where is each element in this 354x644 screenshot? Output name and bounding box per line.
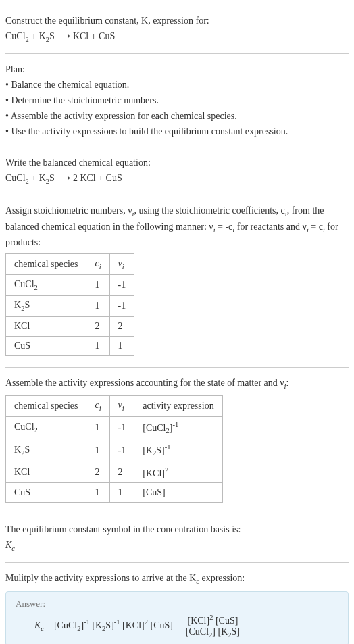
symbol-text: The equilibrium constant symbol in the c… bbox=[5, 522, 349, 537]
cell-ci: 1 bbox=[86, 439, 109, 462]
th-activity: activity expression bbox=[134, 396, 222, 417]
th-species: chemical species bbox=[6, 396, 86, 417]
cell-ci: 1 bbox=[86, 274, 109, 295]
table-row: CuS 1 1 [CuS] bbox=[6, 483, 223, 503]
activity-table: chemical species ci νi activity expressi… bbox=[5, 395, 223, 503]
table-row: CuCl2 1 -1 bbox=[6, 274, 134, 295]
assemble-section: Assemble the activity expressions accoun… bbox=[5, 368, 349, 515]
symbol-value: Kc bbox=[5, 538, 349, 554]
prompt: Construct the equilibrium constant, K, e… bbox=[5, 16, 209, 26]
assign-nu-text: Assign stoichiometric numbers, νi, using… bbox=[5, 203, 349, 249]
table-row: CuCl2 1 -1 [CuCl2]-1 bbox=[6, 416, 223, 439]
th-ci: ci bbox=[86, 396, 109, 417]
stoich-table: chemical species ci νi CuCl2 1 -1 K2S 1 … bbox=[5, 253, 134, 355]
cell-species: CuCl2 bbox=[6, 416, 86, 439]
cell-nui: 2 bbox=[109, 462, 134, 483]
cell-species: KCl bbox=[6, 316, 86, 336]
cell-nui: 1 bbox=[109, 483, 134, 503]
cell-species: CuS bbox=[6, 483, 86, 503]
answer-expression: Kc = [CuCl2]-1 [K2S]-1 [KCl]2 [CuS] = [K… bbox=[16, 614, 338, 639]
cell-ci: 1 bbox=[86, 295, 109, 316]
table-row: K2S 1 -1 [K2S]-1 bbox=[6, 439, 223, 462]
balanced-title: Write the balanced chemical equation: bbox=[5, 155, 349, 170]
cell-activity: [CuCl2]-1 bbox=[134, 416, 222, 439]
symbol-section: The equilibrium constant symbol in the c… bbox=[5, 514, 349, 563]
table-header-row: chemical species ci νi activity expressi… bbox=[6, 396, 223, 417]
th-species: chemical species bbox=[6, 254, 86, 275]
unbalanced-equation: CuCl2 + K2S ⟶ KCl + CuS bbox=[5, 29, 349, 45]
plan-title: Plan: bbox=[5, 62, 349, 76]
fraction: [KCl]2 [CuS][CuCl2] [K2S] bbox=[183, 614, 243, 639]
cell-ci: 2 bbox=[86, 462, 109, 483]
balanced-section: Write the balanced chemical equation: Cu… bbox=[5, 147, 349, 196]
balanced-equation: CuCl2 + K2S ⟶ 2 KCl + CuS bbox=[5, 171, 349, 187]
cell-ci: 2 bbox=[86, 316, 109, 336]
table-row: CuS 1 1 bbox=[6, 336, 134, 355]
cell-nui: 2 bbox=[109, 316, 134, 336]
assign-nu-section: Assign stoichiometric numbers, νi, using… bbox=[5, 195, 349, 367]
cell-ci: 1 bbox=[86, 416, 109, 439]
answer-box: Answer: Kc = [CuCl2]-1 [K2S]-1 [KCl]2 [C… bbox=[5, 591, 349, 644]
assemble-text: Assemble the activity expressions accoun… bbox=[5, 376, 349, 392]
cell-activity: [K2S]-1 bbox=[134, 439, 222, 462]
table-row: KCl 2 2 [KCl]2 bbox=[6, 462, 223, 483]
table-row: KCl 2 2 bbox=[6, 316, 134, 336]
cell-nui: -1 bbox=[109, 274, 134, 295]
fraction-numerator: [KCl]2 [CuS] bbox=[183, 614, 243, 627]
cell-species: CuS bbox=[6, 336, 86, 355]
cell-ci: 1 bbox=[86, 483, 109, 503]
plan-item-4: • Use the activity expressions to build … bbox=[5, 124, 349, 139]
answer-label: Answer: bbox=[16, 599, 338, 610]
cell-nui: -1 bbox=[109, 295, 134, 316]
table-row: K2S 1 -1 bbox=[6, 295, 134, 316]
th-nui: νi bbox=[109, 396, 134, 417]
th-nui: νi bbox=[109, 254, 134, 275]
cell-activity: [CuS] bbox=[134, 483, 222, 503]
th-ci: ci bbox=[86, 254, 109, 275]
plan-item-2: • Determine the stoichiometric numbers. bbox=[5, 93, 349, 107]
cell-nui: 1 bbox=[109, 336, 134, 355]
cell-species: K2S bbox=[6, 439, 86, 462]
plan-item-1: • Balance the chemical equation. bbox=[5, 78, 349, 92]
plan-section: Plan: • Balance the chemical equation. •… bbox=[5, 54, 349, 147]
cell-nui: -1 bbox=[109, 439, 134, 462]
fraction-denominator: [CuCl2] [K2S] bbox=[183, 626, 243, 639]
cell-species: KCl bbox=[6, 462, 86, 483]
header-section: Construct the equilibrium constant, K, e… bbox=[5, 5, 349, 54]
cell-species: CuCl2 bbox=[6, 274, 86, 295]
cell-nui: -1 bbox=[109, 416, 134, 439]
cell-ci: 1 bbox=[86, 336, 109, 355]
multiply-section: Mulitply the activity expressions to arr… bbox=[5, 563, 349, 644]
cell-activity: [KCl]2 bbox=[134, 462, 222, 483]
plan-item-3: • Assemble the activity expression for e… bbox=[5, 109, 349, 123]
multiply-text: Mulitply the activity expressions to arr… bbox=[5, 571, 349, 587]
table-header-row: chemical species ci νi bbox=[6, 254, 134, 275]
prompt-text: Construct the equilibrium constant, K, e… bbox=[5, 14, 349, 28]
cell-species: K2S bbox=[6, 295, 86, 316]
